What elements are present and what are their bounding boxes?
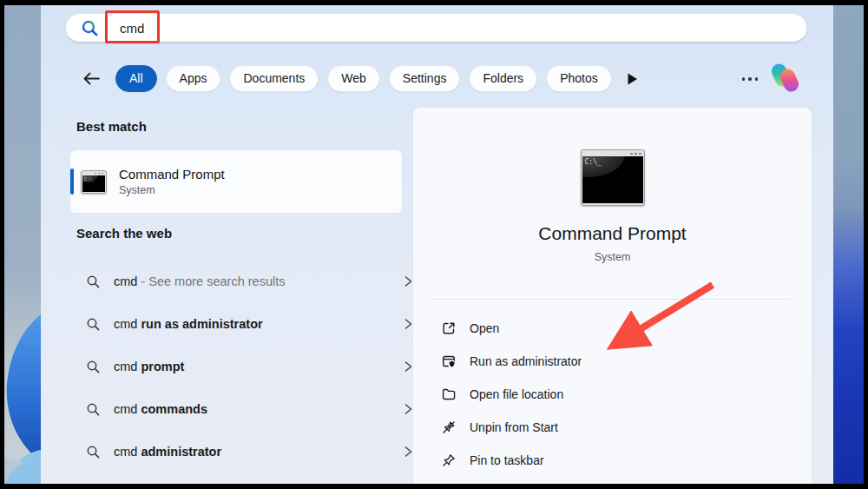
tab-apps[interactable]: Apps [166, 65, 221, 92]
search-window: All Apps Documents Web Settings Folders … [41, 5, 833, 484]
tab-settings[interactable]: Settings [389, 65, 461, 92]
best-match-title: Command Prompt [119, 167, 225, 182]
search-web-heading: Search the web [76, 226, 172, 241]
search-icon [86, 317, 101, 332]
more-filters-button[interactable] [626, 72, 640, 86]
search-icon [81, 19, 99, 37]
cmd-app-icon-large: C:\_ [581, 149, 645, 206]
action-open[interactable]: Open [413, 313, 812, 344]
selection-accent-bar [70, 169, 74, 195]
pin-to-taskbar-icon [441, 453, 457, 468]
more-options-button[interactable] [735, 71, 765, 87]
ellipsis-icon [742, 77, 746, 81]
chevron-right-icon [402, 317, 414, 331]
search-input[interactable] [110, 21, 301, 36]
search-icon [86, 402, 101, 417]
web-suggestion-4[interactable]: cmd commands [41, 388, 423, 430]
web-suggestion-2[interactable]: cmd run as administrator [41, 303, 423, 345]
open-file-location-icon [441, 387, 457, 402]
bloom-wallpaper-art [4, 5, 41, 484]
web-suggestion-3[interactable]: cmd prompt [41, 346, 423, 387]
play-icon [626, 72, 639, 86]
copilot-button[interactable] [771, 63, 802, 94]
wallpaper-left [4, 5, 41, 484]
tab-web[interactable]: Web [327, 65, 380, 92]
action-run-as-administrator[interactable]: Run as administrator [413, 346, 812, 377]
action-unpin-from-start[interactable]: Unpin from Start [413, 412, 812, 443]
unpin-from-start-icon [441, 420, 457, 435]
divider [430, 299, 790, 300]
search-icon [86, 360, 101, 374]
web-suggestion-1[interactable]: cmd - See more search results [41, 261, 423, 302]
detail-app-subtitle: System [413, 251, 812, 263]
tab-documents[interactable]: Documents [229, 65, 319, 92]
chevron-right-icon [402, 445, 414, 459]
desktop-screenshot: All Apps Documents Web Settings Folders … [0, 0, 868, 489]
search-icon [86, 445, 101, 459]
search-bar[interactable] [65, 13, 807, 43]
back-arrow-icon [82, 70, 101, 87]
action-list: Open Run as administrator Open file [413, 313, 812, 476]
web-suggestion-5[interactable]: cmd administrator [41, 431, 423, 472]
open-icon [441, 320, 457, 336]
filter-tabs: All Apps Documents Web Settings Folders … [81, 63, 621, 93]
cmd-app-icon: C:\_ [81, 170, 107, 194]
action-pin-to-taskbar[interactable]: Pin to taskbar [413, 445, 812, 476]
search-icon [86, 274, 101, 289]
wallpaper-right [833, 5, 864, 484]
run-as-administrator-icon [441, 354, 457, 369]
best-match-heading: Best match [76, 119, 147, 134]
back-button[interactable] [81, 68, 102, 89]
tab-all[interactable]: All [115, 65, 157, 92]
chevron-right-icon [402, 274, 414, 288]
detail-app-title: Command Prompt [413, 223, 812, 244]
detail-panel: C:\_ Command Prompt System Open [413, 108, 812, 484]
chevron-right-icon [402, 402, 414, 416]
tab-folders[interactable]: Folders [469, 65, 537, 92]
best-match-result[interactable]: C:\_ Command Prompt System [70, 150, 402, 213]
best-match-subtitle: System [119, 184, 225, 196]
action-open-file-location[interactable]: Open file location [413, 379, 812, 410]
chevron-right-icon [402, 360, 414, 373]
tab-photos[interactable]: Photos [546, 65, 612, 92]
